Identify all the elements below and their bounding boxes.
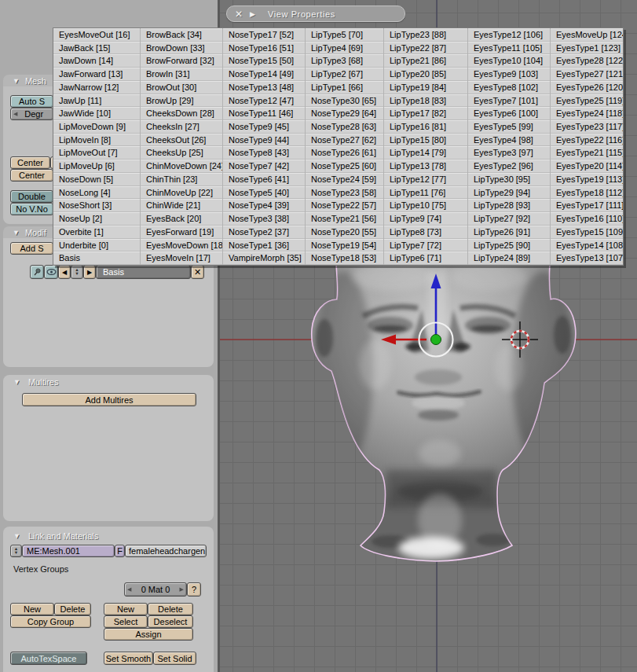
- browse-shape-keys-button[interactable]: ▲▼: [71, 265, 83, 279]
- multires-panel-header[interactable]: ▼ Multires: [13, 377, 58, 387]
- menu-item[interactable]: NoseType23 [58]: [306, 186, 383, 200]
- menu-item[interactable]: LipType7 [72]: [384, 239, 467, 252]
- fake-user-button[interactable]: F: [115, 545, 125, 557]
- menu-item[interactable]: EyesMoveUp [124]: [551, 28, 623, 42]
- menu-item[interactable]: EyesType18 [112]: [551, 186, 623, 200]
- menu-item[interactable]: JawWide [10]: [53, 107, 140, 120]
- deselect-button[interactable]: Deselect: [148, 615, 193, 628]
- material-new-button[interactable]: New: [104, 603, 148, 615]
- close-icon[interactable]: ✕: [235, 9, 243, 20]
- double-sided-toggle[interactable]: Double: [10, 190, 53, 203]
- menu-item[interactable]: NoseType9 [44]: [223, 134, 305, 147]
- menu-item[interactable]: LipType21 [86]: [384, 54, 467, 68]
- menu-item[interactable]: EyesMoveDown [18]: [141, 239, 222, 252]
- menu-item[interactable]: EyesMoveIn [17]: [141, 252, 222, 265]
- menu-item[interactable]: NoseType8 [43]: [223, 146, 305, 160]
- menu-item[interactable]: LipType15 [80]: [384, 134, 467, 147]
- auto-smooth-toggle[interactable]: Auto S: [10, 95, 53, 108]
- menu-item[interactable]: EyesType20 [114]: [551, 160, 623, 173]
- menu-item[interactable]: BrowForward [32]: [141, 54, 222, 68]
- menu-item[interactable]: EyesBack [20]: [141, 212, 222, 226]
- menu-item[interactable]: LipType29 [94]: [468, 186, 550, 200]
- menu-item[interactable]: EyesType14 [108]: [551, 239, 623, 252]
- menu-item[interactable]: NoseType19 [54]: [306, 239, 383, 252]
- menu-item[interactable]: BrowBack [34]: [141, 28, 222, 42]
- menu-item[interactable]: EyesType4 [98]: [468, 134, 550, 147]
- menu-item[interactable]: BrowIn [31]: [141, 68, 222, 81]
- add-multires-button[interactable]: Add Multires: [22, 393, 196, 406]
- menu-item[interactable]: LipType5 [70]: [306, 28, 383, 42]
- menu-item[interactable]: EyesType22 [116]: [551, 134, 623, 147]
- delete-shape-key-button[interactable]: ✕: [191, 265, 204, 279]
- menu-item[interactable]: NoseType13 [48]: [223, 81, 305, 94]
- menu-item[interactable]: NoseLong [4]: [53, 186, 140, 200]
- menu-item[interactable]: VampireMorph [35]: [223, 252, 305, 265]
- pin-shape-key-button[interactable]: [30, 265, 44, 279]
- menu-item[interactable]: LipMoveOut [7]: [53, 146, 140, 160]
- menu-item[interactable]: JawDown [14]: [53, 54, 140, 68]
- menu-item[interactable]: JawUp [11]: [53, 94, 140, 108]
- menu-item[interactable]: NoseDown [5]: [53, 173, 140, 186]
- menu-item[interactable]: NoseType1 [36]: [223, 239, 305, 252]
- shape-visibility-button[interactable]: [44, 265, 58, 279]
- menu-item[interactable]: NoseType7 [42]: [223, 160, 305, 173]
- menu-item[interactable]: EyesType28 [122]: [551, 54, 623, 68]
- menu-item[interactable]: NoseType21 [56]: [306, 212, 383, 226]
- menu-item[interactable]: LipType26 [91]: [468, 226, 550, 239]
- set-solid-button[interactable]: Set Solid: [153, 652, 196, 665]
- menu-item[interactable]: LipType16 [81]: [384, 120, 467, 134]
- menu-item[interactable]: EyesType27 [121]: [551, 68, 623, 81]
- menu-item[interactable]: LipType8 [73]: [384, 226, 467, 239]
- set-smooth-button[interactable]: Set Smooth: [104, 652, 153, 665]
- material-index-slider[interactable]: ◀ 0 Mat 0 ▶: [124, 582, 187, 597]
- menu-item[interactable]: NoseType2 [37]: [223, 226, 305, 239]
- menu-item[interactable]: EyesType10 [104]: [468, 54, 550, 68]
- collapse-triangle-icon[interactable]: ▼: [13, 77, 20, 85]
- slider-left-arrow-icon[interactable]: ◀: [13, 111, 17, 117]
- menu-item[interactable]: LipType28 [93]: [468, 199, 550, 212]
- menu-item[interactable]: LipType18 [83]: [384, 94, 467, 108]
- menu-item[interactable]: EyesType23 [117]: [551, 120, 623, 134]
- menu-item[interactable]: NoseType11 [46]: [223, 107, 305, 120]
- menu-item[interactable]: ChinThin [23]: [141, 173, 222, 186]
- menu-item[interactable]: LipMoveIn [8]: [53, 134, 140, 147]
- menu-item[interactable]: EyesType11 [105]: [468, 42, 550, 55]
- assign-button[interactable]: Assign: [104, 628, 193, 641]
- menu-item[interactable]: NoseType29 [64]: [306, 107, 383, 120]
- menu-item[interactable]: JawForward [13]: [53, 68, 140, 81]
- menu-item[interactable]: Overbite [1]: [53, 226, 140, 239]
- menu-item[interactable]: EyesType6 [100]: [468, 107, 550, 120]
- menu-item[interactable]: BrowDown [33]: [141, 42, 222, 55]
- menu-item[interactable]: NoseType25 [60]: [306, 160, 383, 173]
- menu-item[interactable]: NoseType27 [62]: [306, 134, 383, 147]
- menu-item[interactable]: EyesType25 [119]: [551, 94, 623, 108]
- menu-item[interactable]: ChinMoveUp [22]: [141, 186, 222, 200]
- collapse-triangle-icon[interactable]: ▼: [13, 378, 20, 386]
- menu-item[interactable]: NoseType18 [53]: [306, 252, 383, 265]
- menu-item[interactable]: LipMoveUp [6]: [53, 160, 140, 173]
- menu-item[interactable]: NoseShort [3]: [53, 199, 140, 212]
- vertex-group-new-button[interactable]: New: [10, 603, 54, 615]
- copy-group-button[interactable]: Copy Group: [10, 615, 91, 628]
- menu-item[interactable]: NoseType15 [50]: [223, 54, 305, 68]
- menu-item[interactable]: NoseType3 [38]: [223, 212, 305, 226]
- menu-item[interactable]: EyesType21 [115]: [551, 146, 623, 160]
- menu-item[interactable]: LipType3 [68]: [306, 54, 383, 68]
- menu-item[interactable]: NoseType5 [40]: [223, 186, 305, 200]
- previous-shape-key-button[interactable]: ◀: [58, 265, 71, 279]
- view-properties-panel-header[interactable]: ✕ ▶ View Properties: [226, 6, 405, 22]
- menu-item[interactable]: NoseType28 [63]: [306, 120, 383, 134]
- menu-item[interactable]: LipType23 [88]: [384, 28, 467, 42]
- menu-item[interactable]: EyesType24 [118]: [551, 107, 623, 120]
- menu-item[interactable]: BrowUp [29]: [141, 94, 222, 108]
- browse-mesh-button[interactable]: ▲▼: [10, 545, 22, 557]
- vertex-group-delete-button[interactable]: Delete: [54, 603, 91, 615]
- menu-item[interactable]: EyesType16 [110]: [551, 212, 623, 226]
- menu-item[interactable]: LipType19 [84]: [384, 81, 467, 94]
- menu-item[interactable]: LipType6 [71]: [384, 252, 467, 265]
- menu-item[interactable]: EyesType5 [99]: [468, 120, 550, 134]
- mesh-name-field[interactable]: ME:Mesh.001: [22, 545, 115, 557]
- material-delete-button[interactable]: Delete: [148, 603, 193, 615]
- menu-item[interactable]: LipType24 [89]: [468, 252, 550, 265]
- menu-item[interactable]: LipType2 [67]: [306, 68, 383, 81]
